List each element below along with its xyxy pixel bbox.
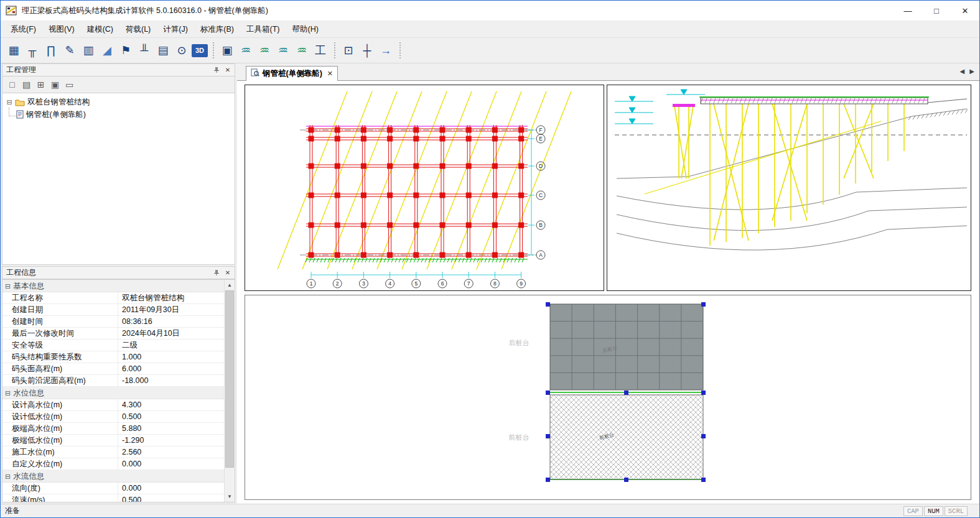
info-row[interactable]: 极端低水位(m)-1.290 (2, 435, 224, 446)
elevation-drawing[interactable] (607, 85, 971, 291)
save-icon[interactable]: ▤ (154, 42, 172, 59)
info-value[interactable]: 1.000 (118, 351, 224, 363)
info-row[interactable]: 码头结构重要性系数1.000 (2, 351, 224, 363)
menu-item[interactable]: 建模(C) (81, 22, 119, 37)
info-value[interactable]: 2.560 (118, 446, 224, 458)
tab-scroll-right-icon[interactable]: ▶ (969, 68, 974, 75)
flag-icon[interactable]: ⚑ (117, 42, 134, 59)
menu-item[interactable]: 计算(J) (157, 22, 194, 37)
toolbar-grip[interactable] (210, 42, 214, 58)
info-row[interactable]: 流速(m/s)0.500 (2, 494, 224, 502)
menu-item[interactable]: 系统(F) (4, 22, 42, 37)
info-row[interactable]: 自定义水位(m)0.000 (2, 458, 224, 470)
pier-icon[interactable]: ╨ (136, 42, 153, 59)
layout-drawing[interactable]: 后桩台前桩台后桩台前桩台 (245, 295, 971, 500)
copy-view-icon[interactable]: ▣ (48, 78, 62, 91)
new-project-icon[interactable]: □ (5, 78, 19, 91)
info-row[interactable]: 设计低水位(m)0.500 (2, 411, 224, 423)
info-group-header[interactable]: ⊟水流信息 (2, 470, 224, 483)
ibeam-icon[interactable]: 工 (312, 42, 329, 59)
pile-bent-icon[interactable]: ∏ (42, 42, 60, 59)
scroll-thumb[interactable] (225, 290, 234, 468)
info-scrollbar[interactable]: ▲ ▼ (224, 280, 235, 502)
scroll-down-icon[interactable]: ▼ (225, 491, 235, 502)
info-group-header[interactable]: ⊟基本信息 (2, 280, 224, 292)
panel-close-icon[interactable]: ✕ (223, 65, 233, 75)
info-row[interactable]: 码头面高程(m)6.000 (2, 363, 224, 375)
info-value[interactable]: 4.300 (118, 399, 224, 410)
pile-wave-icon-1[interactable]: ♒ (237, 42, 254, 59)
project-info-title: 工程信息 (6, 267, 36, 278)
info-row[interactable]: 安全等级二级 (2, 340, 224, 351)
info-row[interactable]: 创建时间08:36:16 (2, 316, 224, 328)
run-arrow-icon[interactable]: → (377, 42, 394, 59)
toolbar-grip[interactable] (332, 42, 335, 58)
model-plan-icon[interactable]: ▦ (5, 42, 22, 59)
info-key: 设计高水位(m) (2, 399, 118, 410)
tab-steel-pipe-pile[interactable]: 钢管桩(单侧靠船) ✕ (246, 66, 338, 81)
info-value[interactable]: 0.500 (118, 411, 224, 422)
pile-wave-icon-3[interactable]: ♒ (274, 42, 292, 59)
monitor-icon[interactable]: ⊡ (340, 42, 357, 59)
pile-wave-icon-4[interactable]: ♒ (293, 42, 310, 59)
close-button[interactable]: ✕ (951, 1, 979, 21)
section-window-icon[interactable]: ▣ (218, 42, 236, 59)
info-value[interactable]: 2024年04月10日 (118, 328, 224, 339)
wharf-deck-icon[interactable]: ╥ (24, 42, 41, 59)
info-value[interactable]: 双桩台钢管桩结构 (118, 292, 224, 303)
menu-item[interactable]: 工具箱(T) (240, 22, 286, 37)
info-value[interactable]: 0.500 (118, 494, 224, 502)
status-indicators: CAPNUMSCRL (903, 506, 968, 516)
info-row[interactable]: 工程名称双桩台钢管桩结构 (2, 292, 224, 304)
collapse-icon[interactable]: ⊟ (5, 282, 11, 290)
model-wizard-icon[interactable]: ▤ (19, 78, 34, 91)
pin-icon[interactable] (212, 268, 222, 278)
info-row[interactable]: 施工水位(m)2.560 (2, 446, 224, 458)
open-project-icon[interactable]: ▥ (80, 42, 97, 59)
tree-node-model[interactable]: 钢管桩(单侧靠船) (2, 108, 235, 121)
tab-scroll-buttons: ◀ ▶ (960, 68, 974, 75)
minimize-button[interactable]: — (894, 1, 922, 21)
svg-text:7: 7 (467, 280, 470, 287)
maximize-button[interactable]: □ (922, 1, 951, 21)
info-value[interactable]: 二级 (118, 340, 224, 351)
menu-item[interactable]: 荷载(L) (119, 22, 157, 37)
tab-close-icon[interactable]: ✕ (327, 70, 333, 78)
toolbar-grip[interactable] (397, 42, 401, 58)
axes-icon[interactable]: ┼ (358, 42, 376, 59)
menu-item[interactable]: 标准库(B) (194, 22, 240, 37)
info-row[interactable]: 设计高水位(m)4.300 (2, 399, 224, 411)
slope-icon[interactable]: ◢ (98, 42, 116, 59)
info-value[interactable]: 5.880 (118, 423, 224, 434)
info-row[interactable]: 最后一次修改时间2024年04月10日 (2, 328, 224, 340)
tree-expander-icon[interactable]: ⊟ (5, 98, 14, 106)
data-table-icon[interactable]: ⊞ (34, 78, 48, 91)
view-3d-icon[interactable]: 3D (192, 44, 208, 57)
info-row[interactable]: 流向(度)0.000 (2, 483, 224, 494)
info-value[interactable]: 2011年09月30日 (118, 304, 224, 315)
info-value[interactable]: 0.000 (118, 458, 224, 469)
info-value[interactable]: 6.000 (118, 363, 224, 374)
info-row[interactable]: 极端高水位(m)5.880 (2, 423, 224, 435)
pin-icon[interactable] (212, 65, 222, 75)
info-value[interactable]: 0.000 (118, 483, 224, 494)
collapse-icon[interactable]: ⊟ (5, 473, 11, 480)
pile-wave-icon-2[interactable]: ♒ (256, 42, 273, 59)
info-row[interactable]: 创建日期2011年09月30日 (2, 304, 224, 316)
info-group-header[interactable]: ⊟水位信息 (2, 387, 224, 399)
scroll-up-icon[interactable]: ▲ (225, 280, 235, 290)
info-value[interactable]: -18.000 (118, 375, 224, 386)
collapse-icon[interactable]: ⊟ (5, 389, 11, 397)
info-row[interactable]: 码头前沿泥面高程(m)-18.000 (2, 375, 224, 387)
panel-close-icon[interactable]: ✕ (223, 268, 233, 278)
menu-item[interactable]: 帮助(H) (286, 22, 325, 37)
tree-node-project[interactable]: ⊟ 双桩台钢管桩结构 (2, 96, 235, 108)
tab-scroll-left-icon[interactable]: ◀ (960, 68, 965, 75)
info-value[interactable]: -1.290 (118, 435, 224, 446)
info-value[interactable]: 08:36:16 (118, 316, 224, 327)
preview-icon[interactable]: ⊙ (173, 42, 190, 59)
menu-item[interactable]: 视图(V) (42, 22, 81, 37)
folder-browse-icon[interactable]: ▭ (62, 78, 77, 91)
plan-drawing[interactable]: FEDCBA123456789 (245, 85, 604, 291)
edit-section-icon[interactable]: ✎ (61, 42, 78, 59)
